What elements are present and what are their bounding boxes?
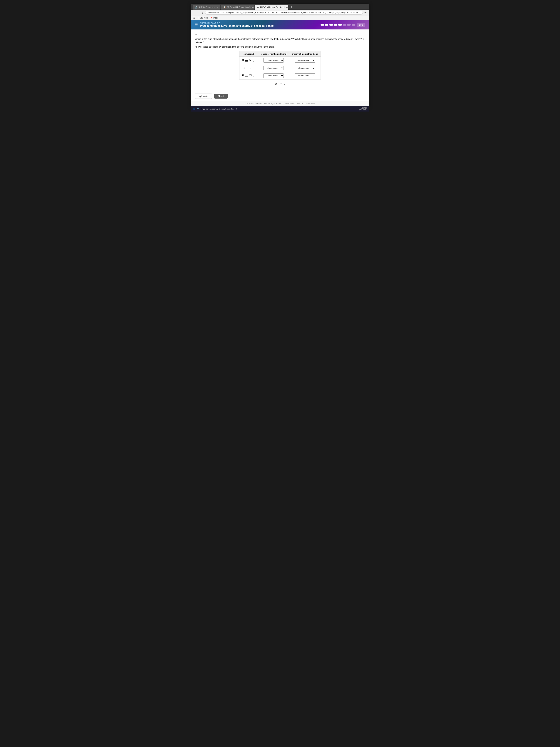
energy-dropdown-hcl[interactable]: - choose one - highest lowest in between (295, 73, 315, 78)
compound-hbr: H — Br····: (239, 57, 258, 64)
apps-icon: ☷ (193, 17, 195, 19)
maps-icon: 📍 (210, 17, 213, 19)
undo-button[interactable]: ↺ (279, 82, 282, 86)
tab-bar: 🔬 ALEKs Chemistry ✕ 📋 McGraw-Hill Educat… (191, 4, 369, 10)
length-dropdown-hcl-cell: - choose one - longest shortest in betwe… (258, 72, 289, 79)
nav-forward-icon[interactable]: → (197, 11, 200, 14)
tab-mcgraw[interactable]: 📋 McGraw-Hill Education Campus ✕ (221, 5, 254, 10)
taskbar-left: ⊞ 🔍 Type here to search Lindsay Brooks C… (193, 107, 237, 110)
taskbar: ⊞ 🔍 Type here to search Lindsay Brooks C… (191, 106, 369, 111)
energy-dropdown-hcl-cell: - choose one - highest lowest in between (289, 72, 321, 79)
tab-icon-2: 📋 (223, 6, 226, 8)
terms-link[interactable]: Terms of Use (285, 103, 294, 104)
progress-dot-5 (338, 24, 342, 26)
energy-dropdown-hbr-cell: - choose one - highest lowest in between (289, 57, 321, 64)
bookmark-youtube[interactable]: ▶ YouTube (197, 17, 208, 19)
table-row: H — F····: - choose one - longest shorte… (239, 64, 321, 72)
hamburger-menu[interactable]: ☰ (195, 23, 198, 27)
header-title-section: CHEMICAL BONDING Predicting the relative… (200, 22, 274, 27)
compound-hf: H — F····: (239, 64, 258, 72)
table-row: H — Cl····: - choose one - longest short… (239, 72, 321, 79)
action-row: ✕ ↺ ? (195, 82, 365, 86)
search-bar[interactable]: Type here to search (201, 108, 218, 110)
instruction-text: Answer these questions by completing the… (195, 46, 365, 48)
bottom-buttons: Explanation Check (191, 91, 369, 101)
browser-window: 🔬 ALEKs Chemistry ✕ 📋 McGraw-Hill Educat… (191, 4, 369, 106)
length-dropdown-hbr-cell: - choose one - longest shortest in betwe… (258, 57, 289, 64)
accessibility-link[interactable]: Accessibility (305, 103, 315, 104)
bond-highlight-hbr: — (245, 59, 248, 62)
search-icon[interactable]: 🔍 (197, 108, 200, 110)
nav-back-icon[interactable]: ← (193, 11, 196, 14)
new-tab-button[interactable]: + (289, 5, 294, 9)
bookmark-maps[interactable]: 📍 Maps (210, 17, 218, 19)
energy-dropdown-hf-cell: - choose one - highest lowest in between (289, 64, 321, 72)
tab-aleks-active[interactable]: A ALEKS - Lindsay Brooks - Learn ✕ (255, 5, 288, 10)
bookmark-icon[interactable]: ★ (364, 11, 367, 14)
header-right: Lind (321, 23, 365, 27)
explanation-button[interactable]: Explanation (195, 94, 212, 99)
length-dropdown-hcl[interactable]: - choose one - longest shortest in betwe… (263, 73, 284, 78)
progress-dots (321, 24, 355, 26)
col-header-compound: compound (239, 51, 258, 57)
section-label: CHEMICAL BONDING (200, 22, 274, 24)
question-text: Which of the highlighted chemical bonds … (195, 37, 365, 44)
download-item[interactable]: Lindsay Brooks Co...pdf (219, 108, 237, 110)
compound-hcl: H — Cl····: (239, 72, 258, 79)
windows-icon[interactable]: ⊞ (193, 107, 195, 110)
tab-icon-1: 🔬 (195, 6, 197, 8)
col-header-length: length of highlighted bond (258, 51, 289, 57)
energy-dropdown-hbr[interactable]: - choose one - highest lowest in between (295, 58, 315, 62)
aleks-header: ☰ CHEMICAL BONDING Predicting the relati… (191, 20, 369, 29)
progress-dot-7 (347, 24, 351, 26)
close-button[interactable]: ✕ (275, 82, 277, 86)
clock: 6:03 PM (359, 107, 367, 109)
address-input[interactable]: www-awn.aleks.com/alekscgi/x/lsl.exe/1o_… (205, 11, 363, 15)
footer: © 2021 McGraw-Hill Education. All Rights… (191, 101, 369, 106)
check-button[interactable]: Check (214, 94, 228, 99)
content-area: ⌄ Which of the highlighted chemical bond… (191, 29, 369, 91)
bond-highlight-hf: — (246, 66, 249, 69)
tab-icon-3: A (257, 6, 259, 8)
collapse-button[interactable]: ⌄ (195, 32, 197, 36)
progress-dot-6 (343, 24, 346, 26)
help-button[interactable]: ? (284, 83, 286, 86)
page-title: Predicting the relative length and energ… (200, 24, 274, 27)
table-row: H — Br····: - choose one - longest short… (239, 57, 321, 64)
progress-dot-2 (325, 24, 328, 26)
privacy-link[interactable]: Privacy (297, 103, 303, 104)
header-left: ☰ CHEMICAL BONDING Predicting the relati… (195, 22, 274, 27)
bond-table: compound length of highlighted bond ener… (239, 51, 321, 79)
reload-icon[interactable]: ↻ (202, 11, 204, 14)
length-dropdown-hbr[interactable]: - choose one - longest shortest in betwe… (263, 58, 284, 62)
bookmarks-bar: ☷ ▶ YouTube 📍 Maps (191, 16, 369, 20)
user-badge: Lind (357, 23, 365, 27)
progress-dot-3 (329, 24, 333, 26)
length-dropdown-hf-cell: - choose one - longest shortest in betwe… (258, 64, 289, 72)
col-header-energy: energy of highlighted bond (289, 51, 321, 57)
youtube-icon: ▶ (197, 17, 199, 19)
length-dropdown-hf[interactable]: - choose one - longest shortest in betwe… (263, 66, 284, 70)
page-content: ☰ CHEMICAL BONDING Predicting the relati… (191, 20, 369, 106)
energy-dropdown-hf[interactable]: - choose one - highest lowest in between (295, 66, 315, 70)
tab-close-1[interactable]: ✕ (216, 6, 218, 8)
tab-aleks-chemistry[interactable]: 🔬 ALEKs Chemistry ✕ (193, 5, 220, 10)
progress-dot-8 (352, 24, 355, 26)
date: 2/28/2021 (359, 109, 367, 111)
progress-dot-1 (321, 24, 324, 26)
taskbar-right: 6:03 PM 2/28/2021 (359, 107, 367, 111)
bond-highlight-hcl: — (245, 74, 248, 77)
address-bar: ← → ↻ www-awn.aleks.com/alekscgi/x/lsl.e… (191, 10, 369, 16)
progress-dot-4 (334, 24, 337, 26)
